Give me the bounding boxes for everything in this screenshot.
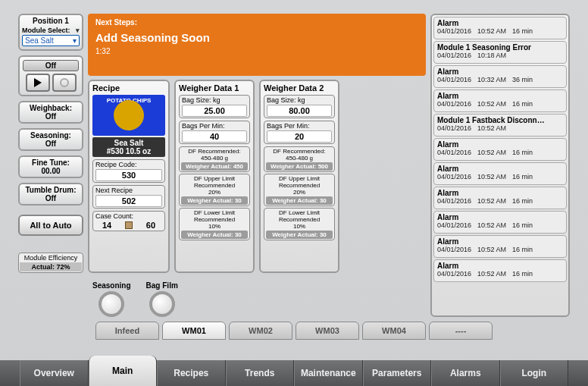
play-icon <box>34 78 42 87</box>
efficiency-box: Module Efficiency Actual: 72% <box>18 253 83 273</box>
weigher1-group: Weigher Data 1 Bag Size: kg 25.00 Bags P… <box>174 80 255 273</box>
w1-bpm[interactable]: Bags Per Min: 40 <box>179 121 250 144</box>
alarm-item[interactable]: Module 1 Fastback Disconn…04/01/201610:5… <box>433 114 567 137</box>
off-indicator: Off <box>23 60 79 71</box>
w2-df-lower: DF Lower Limit Recommended 10% Weigher A… <box>264 208 335 240</box>
w2-df-upper: DF Upper Limit Recommended 20% Weigher A… <box>264 174 335 206</box>
case-count-field: Case Count: 14 60 <box>92 211 165 231</box>
chevron-down-icon: ▾ <box>76 27 80 34</box>
sub-tab-----[interactable]: ---- <box>429 322 493 340</box>
alarm-item[interactable]: Alarm04/01/201610:52 AM16 min <box>433 17 567 39</box>
sub-tab-wm03[interactable]: WM03 <box>296 322 359 340</box>
all-to-auto-button[interactable]: All to Auto <box>18 215 83 236</box>
w2-bpm[interactable]: Bags Per Min: 20 <box>264 121 335 144</box>
sub-tab-wm01[interactable]: WM01 <box>162 322 226 340</box>
dropdown-icon: ▾ <box>73 36 77 45</box>
main-tab-trends[interactable]: Trends <box>226 360 295 386</box>
position-panel: Position 1 Module Select: ▾ Sea Salt ▾ <box>18 14 83 51</box>
main-tab-recipes[interactable]: Recipes <box>157 360 226 386</box>
alarm-item[interactable]: Alarm04/01/201610:52 AM16 min <box>433 138 567 161</box>
bagfilm-dial[interactable]: Bag Film <box>146 281 178 317</box>
w2-bag-size[interactable]: Bag Size: kg 80.00 <box>264 95 335 118</box>
play-button[interactable] <box>26 74 50 92</box>
alarm-item[interactable]: Alarm04/01/201610:52 AM16 min <box>433 259 567 282</box>
dial-icon <box>99 291 124 317</box>
alert-message: Add Seasoning Soon <box>95 31 418 44</box>
main-tab-maintenance[interactable]: Maintenance <box>294 360 363 386</box>
w1-df-lower: DF Lower Limit Recommended 10% Weigher A… <box>179 208 250 240</box>
alarm-item[interactable]: Alarm04/01/201610:32 AM36 min <box>433 65 567 88</box>
alarm-list: Alarm04/01/201610:52 AM16 minModule 1 Se… <box>430 14 570 317</box>
position-title: Position 1 <box>22 17 80 25</box>
control-panel: Off <box>18 55 83 96</box>
dial-icon <box>149 291 175 317</box>
main-tab-alarms[interactable]: Alarms <box>431 360 500 386</box>
w1-df-upper: DF Upper Limit Recommended 20% Weigher A… <box>179 174 250 206</box>
main-tab-main[interactable]: Main <box>89 356 158 386</box>
module-select[interactable]: Sea Salt ▾ <box>22 35 80 46</box>
sub-tab-wm02[interactable]: WM02 <box>229 322 292 340</box>
record-button[interactable] <box>52 74 77 92</box>
main-tab-login[interactable]: Login <box>500 360 569 386</box>
sub-tab-infeed[interactable]: Infeed <box>95 322 159 340</box>
alert-timer: 1:32 <box>95 47 418 55</box>
next-recipe-field[interactable]: Next Recipe 502 <box>92 185 165 209</box>
seasoning-dial[interactable]: Seasoning <box>92 281 131 317</box>
alarm-item[interactable]: Alarm04/01/201610:52 AM16 min <box>433 187 567 209</box>
alarm-item[interactable]: Alarm04/01/201610:52 AM16 min <box>433 162 567 185</box>
finetune-panel[interactable]: Fine Tune: 00.00 <box>18 155 83 178</box>
tumble-panel[interactable]: Tumble Drum: Off <box>18 183 83 206</box>
weigher2-group: Weigher Data 2 Bag Size: kg 80.00 Bags P… <box>259 80 339 273</box>
recipe-image: POTATO CHIPS <box>92 95 165 136</box>
alert-box: Next Steps: Add Seasoning Soon 1:32 <box>88 14 426 76</box>
module-select-label: Module Select: ▾ <box>22 27 80 34</box>
recipe-code-field[interactable]: Recipe Code: 530 <box>92 159 165 183</box>
sub-nav: InfeedWM01WM02WM03WM04---- <box>18 322 570 340</box>
circle-icon <box>60 78 69 87</box>
sub-tab-wm04[interactable]: WM04 <box>362 322 426 340</box>
weighback-panel[interactable]: Weighback: Off <box>18 101 83 124</box>
alarm-item[interactable]: Alarm04/01/201610:52 AM16 min <box>433 211 567 234</box>
w1-bag-size[interactable]: Bag Size: kg 25.00 <box>179 95 250 118</box>
package-icon <box>125 221 133 229</box>
alarm-item[interactable]: Module 1 Seasoning Error04/01/201610:18 … <box>433 41 567 64</box>
seasoning-panel[interactable]: Seasoning: Off <box>18 128 83 151</box>
recipe-group: Recipe POTATO CHIPS Sea Salt #530 10.5 o… <box>88 80 170 273</box>
alarm-item[interactable]: Alarm04/01/201610:52 AM16 min <box>433 89 567 112</box>
w2-df-rec: DF Recommended: 450-480 g Weigher Actual… <box>264 146 335 172</box>
alarm-item[interactable]: Alarm04/01/201610:52 AM16 min <box>433 235 567 258</box>
w1-df-rec: DF Recommended: 450-480 g Weigher Actual… <box>179 146 250 172</box>
main-tab-parameters[interactable]: Parameters <box>363 360 432 386</box>
main-tab-overview[interactable]: Overview <box>20 360 89 386</box>
main-nav: OverviewMainRecipesTrendsMaintenancePara… <box>0 360 588 386</box>
